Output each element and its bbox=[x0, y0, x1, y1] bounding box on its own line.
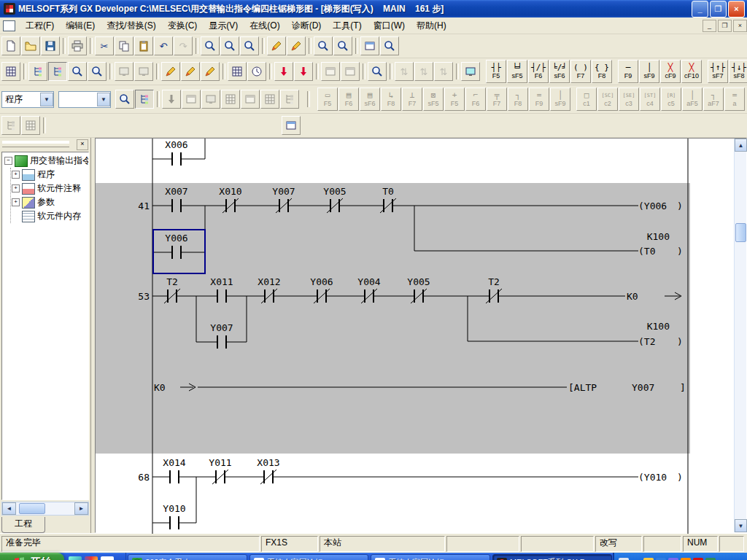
monitor-start-button[interactable] bbox=[115, 62, 133, 81]
menu-edit[interactable]: 编辑(E) bbox=[60, 18, 101, 34]
scroll-down-icon[interactable]: ▼ bbox=[735, 519, 747, 532]
tree-item-program[interactable]: + 程序 bbox=[11, 168, 88, 182]
menu-online[interactable]: 在线(O) bbox=[244, 18, 285, 34]
mdi-minimize-button[interactable]: _ bbox=[703, 20, 716, 32]
sfc-fkey-sc[interactable]: [SC]c2 bbox=[597, 88, 618, 111]
device-comment-button[interactable] bbox=[228, 62, 247, 81]
antivirus-icon[interactable]: ▲ bbox=[681, 558, 691, 560]
menu-diagnostics[interactable]: 诊断(D) bbox=[286, 18, 328, 34]
close-button[interactable]: × bbox=[728, 1, 745, 18]
sort-1-button[interactable]: ⇅ bbox=[395, 62, 414, 81]
scroll-thumb[interactable] bbox=[735, 223, 746, 242]
sfc-fkey-block-start[interactable]: ⊠sF5 bbox=[423, 88, 444, 111]
kingsoft-icon[interactable]: K bbox=[693, 558, 703, 560]
read-mode-button[interactable] bbox=[181, 62, 200, 81]
ladder-editor[interactable]: X006 41 X007 X010 Y007 Y005 bbox=[96, 139, 736, 534]
sfc-fkey-se[interactable]: [SE]c3 bbox=[619, 88, 639, 111]
tree-item-device-comment[interactable]: + 软元件注释 bbox=[11, 182, 88, 195]
expand-icon[interactable]: + bbox=[12, 171, 20, 179]
fkey-delete-hline[interactable]: ╳cF9 bbox=[660, 60, 681, 83]
find-coil-button[interactable] bbox=[88, 62, 107, 81]
monitor-stop-button[interactable] bbox=[134, 62, 153, 81]
sort-2-button[interactable]: ⇅ bbox=[414, 62, 433, 81]
sfc-fkey-parallel-branch[interactable]: ⌐F6 bbox=[465, 88, 486, 111]
fkey-falling-pulse[interactable]: ┤↓├sF8 bbox=[729, 60, 747, 83]
sfc-download-button[interactable] bbox=[162, 90, 181, 109]
save-project-button[interactable] bbox=[41, 36, 60, 55]
find-contact-button[interactable] bbox=[68, 62, 87, 81]
sfc-step-button[interactable] bbox=[221, 90, 240, 109]
paste-button[interactable] bbox=[134, 36, 153, 55]
io-list-button[interactable] bbox=[21, 116, 40, 135]
sfc-fkey-af5[interactable]: │aF5 bbox=[682, 88, 703, 111]
fkey-coil[interactable]: ( )F7 bbox=[570, 60, 591, 83]
tree-item-parameter[interactable]: + 参数 bbox=[11, 195, 88, 209]
structured-view-button[interactable] bbox=[1, 116, 20, 135]
project-tab[interactable]: 工程 bbox=[1, 517, 45, 533]
redo-button[interactable]: ↷ bbox=[174, 36, 193, 55]
zoom-in-button[interactable] bbox=[314, 36, 333, 55]
tray-collapse-icon[interactable]: ◄ bbox=[631, 558, 641, 560]
menu-convert[interactable]: 变换(C) bbox=[162, 18, 204, 34]
parameter-tree-button[interactable] bbox=[28, 62, 47, 81]
internet-explorer-icon[interactable]: e bbox=[101, 556, 114, 560]
sfc-block-button[interactable] bbox=[241, 90, 260, 109]
menu-project[interactable]: 工程(F) bbox=[20, 18, 60, 34]
macro-view-button[interactable] bbox=[115, 90, 134, 109]
tree-item-device-memory[interactable]: 软元件内存 bbox=[11, 209, 88, 223]
undo-button[interactable]: ↶ bbox=[154, 36, 173, 55]
document-icon[interactable] bbox=[3, 20, 15, 31]
task-forum-2[interactable]: e 工控人家园论坛 - ... bbox=[371, 554, 490, 560]
sfc-fkey-partial-clipped[interactable]: =a bbox=[724, 88, 745, 111]
fkey-horizontal-line[interactable]: ─F9 bbox=[618, 60, 638, 83]
write-mode-button[interactable] bbox=[161, 62, 180, 81]
sfc-branch-button[interactable] bbox=[280, 90, 299, 109]
sfc-fkey-selection-join[interactable]: ╤F7 bbox=[487, 88, 507, 111]
restore-button[interactable]: ❐ bbox=[710, 1, 727, 18]
combo-arrow-icon[interactable]: ▼ bbox=[40, 93, 53, 106]
expand-icon[interactable]: + bbox=[12, 184, 20, 192]
fkey-closed-contact[interactable]: ┤/├F6 bbox=[528, 60, 549, 83]
help-find-button[interactable] bbox=[368, 62, 387, 81]
safe-box-icon[interactable]: ▣ bbox=[705, 558, 716, 560]
mdi-restore-button[interactable]: ❐ bbox=[718, 20, 732, 32]
find-button[interactable] bbox=[201, 36, 220, 55]
updates-icon[interactable]: ? bbox=[656, 558, 666, 560]
cut-button[interactable]: ✂ bbox=[95, 36, 114, 55]
project-data-list-button[interactable] bbox=[360, 36, 379, 55]
replace-device-button[interactable] bbox=[267, 36, 286, 55]
find-instruction-button[interactable] bbox=[240, 36, 259, 55]
sfc-fkey-step[interactable]: ▭F5 bbox=[317, 88, 338, 111]
task-gx-developer[interactable]: G MELSOFT系列 GX D... bbox=[492, 554, 612, 560]
security-alert-icon[interactable]: ! bbox=[643, 558, 654, 560]
tree-root[interactable]: − 用交替输出指令编四柱锯梯形图 bbox=[4, 154, 88, 168]
scroll-right-icon[interactable]: ► bbox=[74, 502, 88, 515]
fkey-delete-vline[interactable]: ╳cF10 bbox=[681, 60, 702, 83]
block-combo[interactable]: ▼ bbox=[58, 91, 111, 108]
sfc-fkey-dummy-step[interactable]: ▤sF6 bbox=[360, 88, 380, 111]
sfc-fkey-r[interactable]: [R]c5 bbox=[661, 88, 681, 111]
program-combo[interactable]: 程序 ▼ bbox=[1, 91, 54, 108]
circuit-monitor-button[interactable] bbox=[380, 36, 399, 55]
sort-3-button[interactable]: ⇅ bbox=[434, 62, 453, 81]
collapse-icon[interactable]: − bbox=[4, 157, 12, 165]
sfc-fkey-jump[interactable]: ↳F8 bbox=[381, 88, 401, 111]
panel-close-icon[interactable]: × bbox=[77, 139, 88, 150]
sfc-error-button[interactable] bbox=[201, 90, 220, 109]
start-button[interactable]: 开始 bbox=[0, 553, 64, 560]
fkey-vertical-line[interactable]: │sF9 bbox=[639, 60, 659, 83]
project-tree-toggle-button[interactable] bbox=[135, 90, 154, 109]
combo-arrow-icon[interactable]: ▼ bbox=[97, 93, 110, 106]
menu-tools[interactable]: 工具(T) bbox=[327, 18, 367, 34]
task-360-safe[interactable]: 360安全卫士 bbox=[128, 554, 247, 560]
fkey-application-instruction[interactable]: { }F8 bbox=[592, 60, 612, 83]
show-desktop-icon[interactable] bbox=[69, 556, 82, 560]
monitor-clock-button[interactable] bbox=[247, 62, 266, 81]
panel-grip[interactable] bbox=[2, 141, 69, 147]
sfc-fkey-c1[interactable]: □c1 bbox=[576, 88, 597, 111]
sfc-fkey-transition[interactable]: ▤F6 bbox=[338, 88, 359, 111]
comment-display-button[interactable] bbox=[461, 62, 480, 81]
sfc-windows-button[interactable] bbox=[182, 90, 201, 109]
menu-view[interactable]: 显示(V) bbox=[203, 18, 244, 34]
ladder-vertical-scrollbar[interactable]: ▲ ▼ bbox=[734, 139, 746, 532]
